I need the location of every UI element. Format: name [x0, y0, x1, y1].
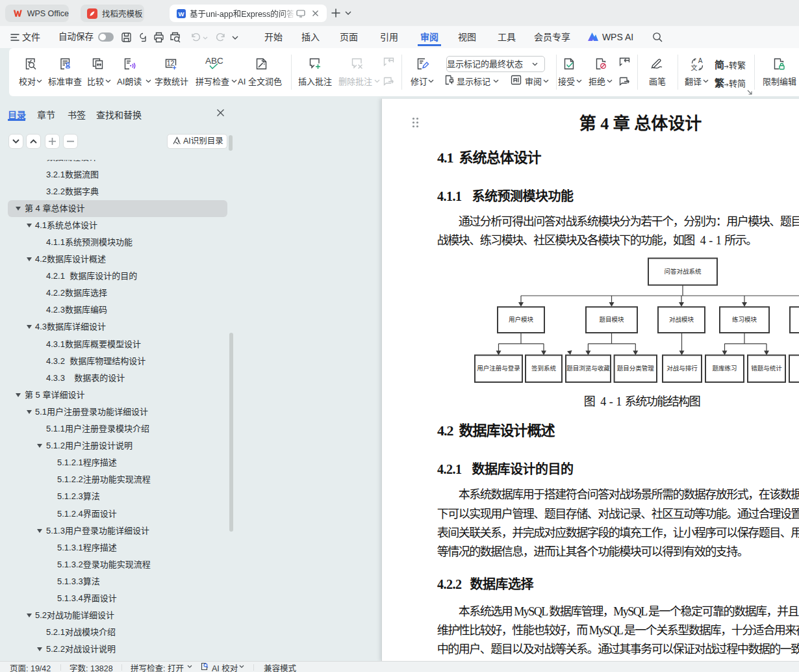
svg-text:W: W — [179, 10, 184, 17]
svg-text:12: 12 — [167, 59, 175, 67]
svg-text:A: A — [698, 57, 703, 64]
svg-text:题库练习: 题库练习 — [712, 365, 737, 372]
svg-text:题目分类管理: 题目分类管理 — [617, 365, 655, 372]
svg-text:错题与统计: 错题与统计 — [751, 365, 782, 372]
svg-text:文: 文 — [691, 64, 698, 71]
svg-text:用户模块: 用户模块 — [509, 316, 534, 323]
svg-text:ABC: ABC — [205, 56, 223, 66]
svg-text:题目模块: 题目模块 — [599, 316, 624, 323]
svg-text:对战与排行: 对战与排行 — [666, 365, 698, 372]
svg-text:练习模块: 练习模块 — [732, 316, 757, 323]
svg-text:签到系统: 签到系统 — [531, 365, 557, 372]
svg-text:题目浏览与收藏: 题目浏览与收藏 — [566, 365, 610, 372]
svg-text:对战模块: 对战模块 — [669, 316, 694, 323]
svg-text:用户注册与登录: 用户注册与登录 — [477, 365, 520, 372]
svg-text:问答对战系统: 问答对战系统 — [664, 268, 702, 275]
